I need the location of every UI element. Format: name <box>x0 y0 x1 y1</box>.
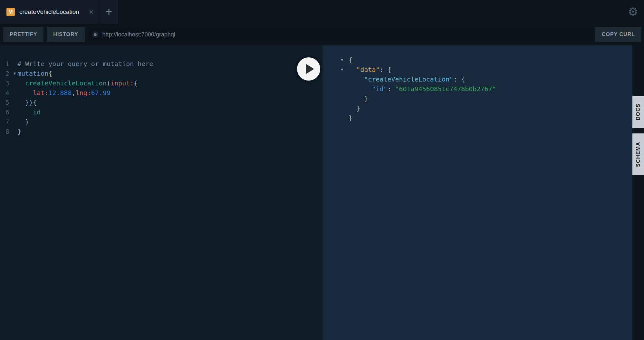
settings-gear-icon[interactable]: ⚙ <box>628 6 638 18</box>
response-pane: ▼{▼ "data": { "createVehicleLocation": {… <box>322 45 632 340</box>
query-editor-pane[interactable]: 1# Write your query or mutation here2▼mu… <box>0 45 322 340</box>
code-text: "createVehicleLocation": { <box>349 75 465 83</box>
plus-icon: + <box>105 5 112 19</box>
side-tabs-strip: DOCS SCHEMA <box>632 45 644 340</box>
code-text: } <box>17 128 21 135</box>
fold-arrow-icon[interactable]: ▼ <box>341 67 349 72</box>
code-text: } <box>349 114 352 122</box>
query-editor[interactable]: 1# Write your query or mutation here2▼mu… <box>0 59 322 136</box>
new-tab-button[interactable]: + <box>100 0 118 24</box>
code-text: { <box>349 56 352 64</box>
editor-code-line[interactable]: 2▼mutation{ <box>0 69 322 78</box>
result-code-line: } <box>341 113 632 123</box>
connection-status-icon <box>92 31 99 38</box>
line-number: 8 <box>0 128 12 135</box>
line-number: 7 <box>0 118 12 125</box>
line-number: 1 <box>0 60 12 67</box>
mutation-badge: M <box>6 8 15 16</box>
result-code-line: } <box>341 103 632 113</box>
code-text: } <box>17 118 29 126</box>
code-text: "id": "601a94560851c7478b0b2767" <box>349 85 496 93</box>
line-number: 3 <box>0 80 12 87</box>
editor-code-line[interactable]: 3 createVehicleLocation(input:{ <box>0 78 322 88</box>
editor-code-line[interactable]: 7 } <box>0 117 322 127</box>
fold-arrow-icon[interactable]: ▼ <box>341 58 349 62</box>
endpoint-url: http://localhost:7000/graphql <box>102 31 175 38</box>
history-button[interactable]: HISTORY <box>47 27 84 42</box>
editor-code-line[interactable]: 5 }){ <box>0 98 322 107</box>
top-bar: M createVehicleLocation × + ⚙ <box>0 0 644 24</box>
graphql-playground-window: M createVehicleLocation × + ⚙ PRETTIFY H… <box>0 0 644 340</box>
line-number: 2 <box>0 70 12 77</box>
close-tab-icon[interactable]: × <box>89 8 93 16</box>
result-code-line: } <box>341 94 632 103</box>
fold-arrow-icon[interactable]: ▼ <box>12 71 17 76</box>
play-icon <box>306 64 314 74</box>
toolbar: PRETTIFY HISTORY http://localhost:7000/g… <box>0 24 644 45</box>
code-text: createVehicleLocation(input:{ <box>17 79 138 87</box>
code-text: id <box>17 108 41 116</box>
editor-code-line[interactable]: 4 lat:12.888,lng:67.99 <box>0 88 322 98</box>
line-number: 6 <box>0 109 12 116</box>
copy-curl-button[interactable]: COPY CURL <box>595 27 641 42</box>
code-text: # Write your query or mutation here <box>17 60 153 68</box>
editor-code-line[interactable]: 8} <box>0 127 322 136</box>
endpoint-url-bar[interactable]: http://localhost:7000/graphql <box>88 27 592 42</box>
code-text: } <box>349 95 368 102</box>
editor-code-line[interactable]: 6 id <box>0 107 322 117</box>
result-code-line: ▼{ <box>341 55 632 65</box>
main-split-area: 1# Write your query or mutation here2▼mu… <box>0 45 644 340</box>
result-code-line: "id": "601a94560851c7478b0b2767" <box>341 84 632 94</box>
tab-title: createVehicleLocation <box>19 8 86 15</box>
code-text: mutation{ <box>17 70 52 77</box>
result-code-line: ▼ "data": { <box>341 65 632 74</box>
line-number: 4 <box>0 89 12 96</box>
schema-tab[interactable]: SCHEMA <box>632 133 644 175</box>
session-tab[interactable]: M createVehicleLocation × <box>0 0 99 24</box>
response-viewer: ▼{▼ "data": { "createVehicleLocation": {… <box>341 55 632 123</box>
result-code-line: "createVehicleLocation": { <box>341 74 632 84</box>
code-text: "data": { <box>349 66 391 73</box>
code-text: } <box>349 104 360 112</box>
line-number: 5 <box>0 99 12 106</box>
docs-tab[interactable]: DOCS <box>632 96 644 128</box>
code-text: }){ <box>17 99 37 106</box>
code-text: lat:12.888,lng:67.99 <box>17 89 111 97</box>
prettify-button[interactable]: PRETTIFY <box>3 27 43 42</box>
execute-button[interactable] <box>295 55 322 83</box>
editor-code-line[interactable]: 1# Write your query or mutation here <box>0 59 322 69</box>
